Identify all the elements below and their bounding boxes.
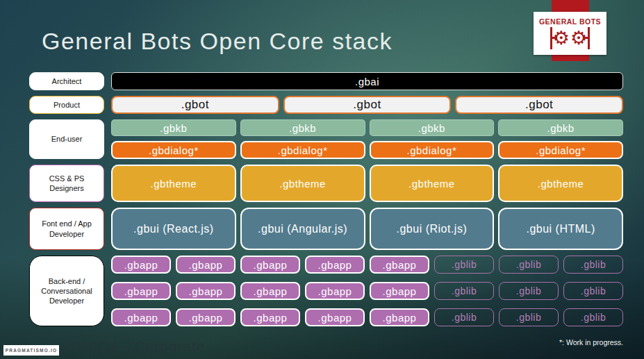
band-product: Product.gbot.gbot.gbot — [29, 96, 623, 114]
box-gbapp: .gbapp — [240, 308, 300, 326]
stack-row: .gbtheme.gbtheme.gbtheme.gbtheme — [111, 165, 623, 202]
box-gbai: .gbai — [111, 72, 623, 90]
stack-row: .gbdialog*.gbdialog*.gbdialog*.gbdialog* — [111, 141, 623, 159]
box-gbapp: .gbapp — [370, 282, 429, 300]
gears-icon: ⚙ ⚙ — [550, 26, 590, 50]
stack-row: .gbapp.gbapp.gbapp.gbapp.gbapp.gblib.gbl… — [111, 308, 623, 326]
box-gbot: .gbot — [455, 96, 623, 114]
brand-name: GENERAL BOTS — [539, 17, 601, 26]
band-designers: CSS & PS Designers.gbtheme.gbtheme.gbthe… — [29, 165, 623, 202]
role-label-frontend: Font end / App Developer — [29, 208, 104, 250]
role-label-designers: CSS & PS Designers — [29, 165, 104, 202]
core-stack-diagram: Architect.gbaiProduct.gbot.gbot.gbotEnd-… — [29, 72, 623, 332]
box-gbtheme: .gbtheme — [111, 165, 236, 202]
stack-row: .gbapp.gbapp.gbapp.gbapp.gbapp.gblib.gbl… — [111, 256, 623, 274]
page-title: General Bots Open Core stack — [42, 28, 393, 55]
box-gblib: .gblib — [563, 308, 623, 326]
role-label-backend: Back-end / Conversational Developer — [29, 256, 104, 326]
box-gbapp: .gbapp — [370, 256, 429, 274]
box-gbdialog: .gbdialog* — [111, 141, 236, 159]
box-gbapp: .gbapp — [111, 308, 171, 326]
box-gblib: .gblib — [563, 282, 623, 300]
box-gbot: .gbot — [111, 96, 279, 114]
stack-row: .gbot.gbot.gbot — [111, 96, 623, 114]
box-gblib: .gblib — [499, 282, 559, 300]
box-gblib: .gblib — [563, 256, 623, 274]
box-gblib: .gblib — [499, 308, 559, 326]
role-label-product: Product — [29, 96, 104, 114]
box-gbapp: .gbapp — [111, 282, 171, 300]
role-label-architect: Architect — [29, 72, 104, 90]
box-gbkb: .gbkb — [370, 119, 495, 136]
box-gbtheme: .gbtheme — [370, 165, 495, 202]
box-gbui: .gbui (Riot.js) — [370, 208, 495, 250]
box-gbapp: .gbapp — [305, 282, 365, 300]
box-gbapp: .gbapp — [176, 308, 236, 326]
box-gbapp: .gbapp — [240, 256, 300, 274]
stack-row: .gbui (React.js).gbui (Angular.js).gbui … — [111, 208, 623, 250]
box-gbkb: .gbkb — [498, 119, 623, 136]
box-gbui: .gbui (React.js) — [111, 208, 236, 250]
box-gbapp: .gbapp — [305, 256, 365, 274]
general-bots-logo: GENERAL BOTS ⚙ ⚙ — [534, 12, 606, 55]
box-gbtheme: .gbtheme — [498, 165, 623, 202]
box-gbkb: .gbkb — [240, 119, 365, 136]
box-gbui: .gbui (HTML) — [498, 208, 623, 250]
stack-row: .gbapp.gbapp.gbapp.gbapp.gbapp.gblib.gbl… — [111, 282, 623, 300]
logo-bar-left — [550, 27, 552, 49]
box-gbapp: .gbapp — [176, 256, 236, 274]
footer-slide-text: 2018Q4 - Corporate — [63, 338, 206, 355]
band-enduser: End-user.gbkb.gbkb.gbkb.gbkb.gbdialog*.g… — [29, 119, 623, 159]
band-backend: Back-end / Conversational Developer.gbap… — [29, 256, 623, 326]
box-gbdialog: .gbdialog* — [240, 141, 365, 159]
role-label-enduser: End-user — [29, 119, 104, 159]
box-gbapp: .gbapp — [305, 308, 365, 326]
footer-brand-badge: PRAGMATISMO.IO — [3, 345, 59, 356]
work-in-progress-note: *: Work in progress. — [559, 338, 623, 347]
band-architect: Architect.gbai — [29, 72, 623, 90]
box-gbapp: .gbapp — [111, 256, 171, 274]
box-gblib: .gblib — [434, 256, 494, 274]
stack-row: .gbkb.gbkb.gbkb.gbkb — [111, 119, 623, 136]
box-gbapp: .gbapp — [370, 308, 429, 326]
box-gblib: .gblib — [434, 308, 494, 326]
box-gbui: .gbui (Angular.js) — [240, 208, 365, 250]
box-gbdialog: .gbdialog* — [498, 141, 623, 159]
box-gbdialog: .gbdialog* — [370, 141, 495, 159]
box-gbtheme: .gbtheme — [240, 165, 365, 202]
box-gblib: .gblib — [434, 282, 494, 300]
box-gblib: .gblib — [499, 256, 559, 274]
box-gbkb: .gbkb — [111, 119, 236, 136]
box-gbapp: .gbapp — [240, 282, 300, 300]
stack-row: .gbai — [111, 72, 623, 90]
band-frontend: Font end / App Developer.gbui (React.js)… — [29, 208, 623, 250]
logo-bar-right — [588, 27, 590, 49]
box-gbapp: .gbapp — [176, 282, 236, 300]
box-gbot: .gbot — [283, 96, 452, 114]
